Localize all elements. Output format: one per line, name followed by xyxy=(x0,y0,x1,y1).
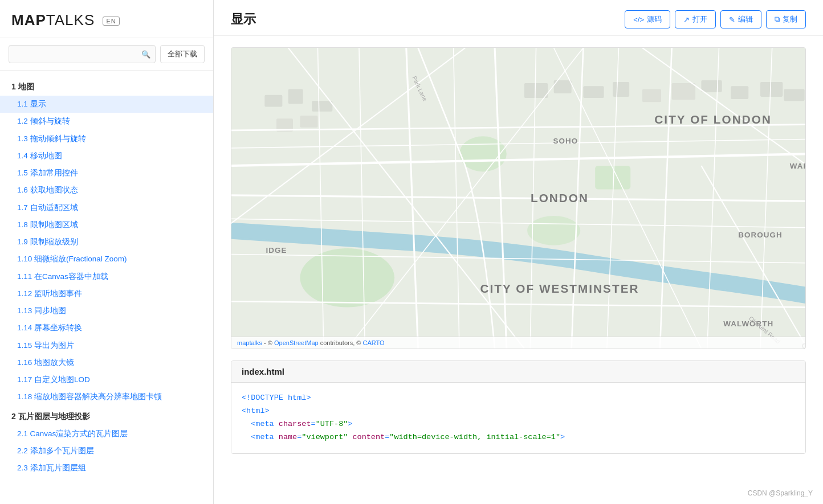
map-attribution: maptalks - © OpenStreetMap contributors,… xyxy=(231,337,805,349)
source-button[interactable]: </> 源码 xyxy=(625,10,670,28)
svg-rect-5 xyxy=(264,95,282,107)
search-icon: 🔍 xyxy=(141,50,150,59)
svg-rect-18 xyxy=(760,82,783,97)
code-line-2: <html> xyxy=(242,407,270,415)
nav-item-1-9[interactable]: 1.9 限制缩放级别 xyxy=(0,233,213,251)
open-label: 打开 xyxy=(692,14,707,24)
logo-map: MAP xyxy=(11,11,46,28)
copy-button[interactable]: ⧉ 复制 xyxy=(766,10,806,28)
code-line-1: <!DOCTYPE html> xyxy=(242,394,311,402)
nav-item-1-5[interactable]: 1.5 添加常用控件 xyxy=(0,165,213,182)
nav-item-1-4[interactable]: 1.4 移动地图 xyxy=(0,147,213,165)
edit-label: 编辑 xyxy=(738,14,753,24)
code-meta-charset: <meta xyxy=(251,420,279,428)
main-content: 显示 </> 源码 ↗ 打开 ✎ 编辑 ⧉ 复制 xyxy=(214,0,823,504)
download-all-button[interactable]: 全部下载 xyxy=(160,45,205,63)
code-val-content: "width=device-width, initial-scale=1" xyxy=(389,433,560,441)
svg-rect-17 xyxy=(731,86,748,99)
nav-list: 1 地图 1.1 显示 1.2 倾斜与旋转 1.3 拖动倾斜与旋转 1.4 移动… xyxy=(0,71,213,504)
logo: MAPTALKS EN xyxy=(11,11,120,28)
map-label-borough: BOROUGH xyxy=(738,231,782,239)
code-indent-1 xyxy=(242,420,251,428)
code-indent-2 xyxy=(242,433,251,441)
attribution-sep: - © xyxy=(264,339,274,346)
nav-item-2-2[interactable]: 2.2 添加多个瓦片图层 xyxy=(0,442,213,460)
code-attr-charset: charset xyxy=(279,420,311,428)
nav-item-1-7[interactable]: 1.7 自动适配区域 xyxy=(0,199,213,216)
svg-rect-10 xyxy=(524,83,548,98)
code-gt-2: > xyxy=(560,433,565,441)
code-icon: </> xyxy=(633,15,644,24)
svg-rect-6 xyxy=(288,89,303,104)
svg-rect-19 xyxy=(784,89,804,101)
nav-item-1-18[interactable]: 1.18 缩放地图容器解决高分辨率地图卡顿 xyxy=(0,388,213,405)
map-label-war: WAR xyxy=(790,162,805,170)
map-label-idge: IDGE xyxy=(266,246,287,255)
nav-item-1-13[interactable]: 1.13 同步地图 xyxy=(0,302,213,319)
code-meta-viewport: <meta xyxy=(251,433,279,441)
code-val-name: "viewport" xyxy=(302,433,348,441)
code-eq-1: = xyxy=(311,420,316,428)
code-section: index.html <!DOCTYPE html> <html> <meta … xyxy=(231,360,806,454)
map-label-soho: SOHO xyxy=(553,137,578,145)
code-attr-name: name xyxy=(279,433,297,441)
map-label-london: LONDON xyxy=(531,191,589,204)
attribution-suffix: contributors, © xyxy=(320,339,363,346)
edit-button[interactable]: ✎ 编辑 xyxy=(720,10,761,28)
map-label-city-of-london: CITY OF LONDON xyxy=(654,113,772,126)
nav-item-1-12[interactable]: 1.12 监听地图事件 xyxy=(0,285,213,302)
logo-talks: TALKS xyxy=(46,11,95,28)
nav-item-2-1[interactable]: 2.1 Canvas渲染方式的瓦片图层 xyxy=(0,425,213,442)
logo-area: MAPTALKS EN xyxy=(0,0,213,38)
svg-rect-13 xyxy=(613,82,629,97)
search-input-wrap[interactable]: 🔍 xyxy=(9,45,156,63)
logo-en-badge: EN xyxy=(103,17,119,26)
nav-item-1-16[interactable]: 1.16 地图放大镜 xyxy=(0,354,213,371)
search-input[interactable] xyxy=(14,47,141,62)
svg-rect-14 xyxy=(642,89,661,102)
main-header: 显示 </> 源码 ↗ 打开 ✎ 编辑 ⧉ 复制 xyxy=(214,0,823,36)
svg-point-4 xyxy=(527,216,580,245)
attribution-carto[interactable]: CARTO xyxy=(362,339,384,346)
toolbar: </> 源码 ↗ 打开 ✎ 编辑 ⧉ 复制 xyxy=(625,10,806,28)
code-body: <!DOCTYPE html> <html> <meta charset="UT… xyxy=(231,383,805,453)
map-svg: CITY OF LONDON LONDON SOHO BOROUGH CITY … xyxy=(231,48,805,349)
search-area: 🔍 全部下载 xyxy=(0,38,213,71)
svg-rect-9 xyxy=(300,116,317,128)
svg-rect-7 xyxy=(312,101,332,112)
svg-rect-16 xyxy=(701,80,722,92)
code-filename: index.html xyxy=(231,361,805,383)
edit-icon: ✎ xyxy=(729,15,735,24)
code-val-charset: "UTF-8" xyxy=(316,420,348,428)
svg-rect-12 xyxy=(583,86,604,98)
code-gt-1: > xyxy=(348,420,352,428)
map-container[interactable]: CITY OF LONDON LONDON SOHO BOROUGH CITY … xyxy=(231,47,806,349)
nav-item-1-15[interactable]: 1.15 导出为图片 xyxy=(0,337,213,354)
nav-item-1-2[interactable]: 1.2 倾斜与旋转 xyxy=(0,113,213,130)
attribution-osm[interactable]: OpenStreetMap xyxy=(274,339,319,346)
svg-rect-15 xyxy=(672,83,695,100)
copy-icon: ⧉ xyxy=(775,15,780,24)
page-title: 显示 xyxy=(231,11,256,28)
svg-point-1 xyxy=(300,248,394,308)
open-icon: ↗ xyxy=(683,15,690,24)
nav-item-1-10[interactable]: 1.10 细微缩放(Fractional Zoom) xyxy=(0,251,213,268)
nav-item-1-3[interactable]: 1.3 拖动倾斜与旋转 xyxy=(0,130,213,147)
nav-item-1-14[interactable]: 1.14 屏幕坐标转换 xyxy=(0,319,213,337)
copy-label: 复制 xyxy=(783,14,797,24)
nav-section-header-1: 1 地图 xyxy=(0,79,213,96)
nav-section-header-2: 2 瓦片图层与地理投影 xyxy=(0,408,213,425)
nav-item-1-11[interactable]: 1.11 在Canvas容器中加载 xyxy=(0,268,213,285)
nav-item-1-1[interactable]: 1.1 显示 xyxy=(0,96,213,113)
map-label-westminster: CITY OF WESTMINSTER xyxy=(480,282,639,295)
sidebar: MAPTALKS EN 🔍 全部下载 1 地图 1.1 显示 1.2 倾斜与旋转… xyxy=(0,0,214,504)
code-attr-content: content xyxy=(352,433,385,441)
nav-item-2-3[interactable]: 2.3 添加瓦片图层组 xyxy=(0,460,213,477)
nav-item-1-8[interactable]: 1.8 限制地图区域 xyxy=(0,216,213,233)
source-label: 源码 xyxy=(647,14,662,24)
open-button[interactable]: ↗ 打开 xyxy=(675,10,716,28)
attribution-maptalks[interactable]: maptalks xyxy=(237,339,262,346)
nav-item-1-6[interactable]: 1.6 获取地图状态 xyxy=(0,182,213,199)
nav-item-1-17[interactable]: 1.17 自定义地图LOD xyxy=(0,371,213,388)
svg-rect-3 xyxy=(595,166,630,189)
